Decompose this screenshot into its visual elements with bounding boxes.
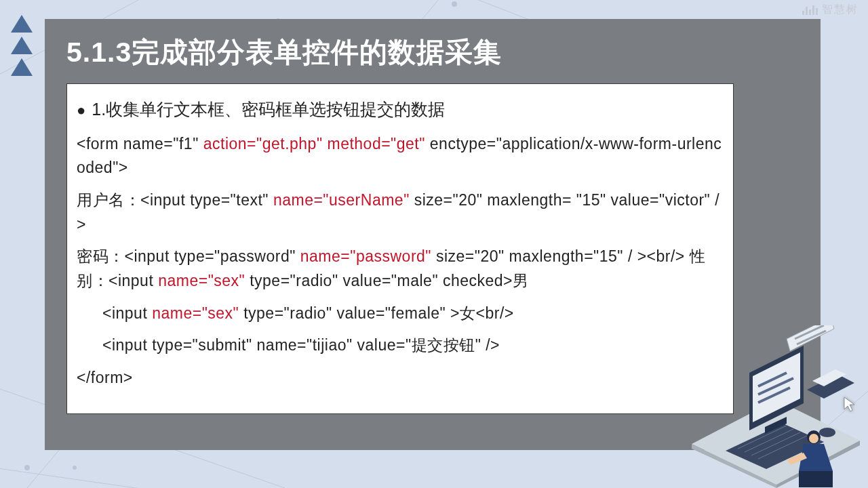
bullet-icon: ● bbox=[77, 102, 85, 119]
svg-rect-33 bbox=[799, 471, 833, 487]
watermark: 智慧树 bbox=[802, 3, 859, 17]
slide-title: 5.1.3完成部分表单控件的数据采集 bbox=[66, 34, 807, 71]
content-box: ● 1.收集单行文本框、密码框单选按钮提交的数据 <form name="f1"… bbox=[66, 83, 734, 414]
code-line-password-sex: 密码：<input type="password" name="password… bbox=[77, 245, 724, 293]
watermark-bars-icon bbox=[802, 5, 818, 15]
code-line-form-close: </form> bbox=[77, 366, 724, 390]
svg-point-9 bbox=[73, 466, 77, 470]
svg-line-3 bbox=[0, 461, 231, 488]
decorative-arrows bbox=[11, 15, 33, 80]
svg-marker-11 bbox=[692, 444, 776, 488]
cursor-icon bbox=[842, 396, 860, 413]
watermark-text: 智慧树 bbox=[822, 3, 859, 17]
up-arrow-icon bbox=[11, 37, 33, 54]
section-heading: ● 1.收集单行文本框、密码框单选按钮提交的数据 bbox=[77, 96, 724, 123]
code-line-submit: <input type="submit" name="tijiao" value… bbox=[77, 333, 724, 358]
code-line-username: 用户名：<input type="text" name="userName" s… bbox=[77, 188, 724, 237]
svg-point-6 bbox=[452, 1, 457, 7]
svg-point-18 bbox=[819, 428, 835, 437]
code-line-form-open: <form name="f1" action="get.php" method=… bbox=[77, 132, 724, 180]
heading-text: 1.收集单行文本框、密码框单选按钮提交的数据 bbox=[92, 100, 445, 119]
svg-marker-34 bbox=[787, 453, 807, 465]
slide-frame: 5.1.3完成部分表单控件的数据采集 ● 1.收集单行文本框、密码框单选按钮提交… bbox=[45, 19, 821, 450]
up-arrow-icon bbox=[11, 58, 33, 76]
code-line-sex-female: <input name="sex" type="radio" value="fe… bbox=[77, 302, 724, 326]
up-arrow-icon bbox=[11, 15, 33, 33]
svg-point-7 bbox=[24, 465, 30, 470]
